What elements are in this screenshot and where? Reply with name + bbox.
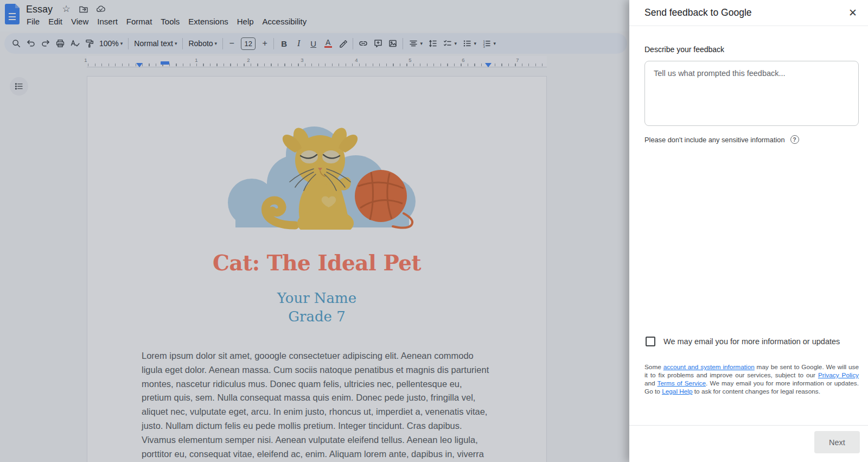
bulleted-list-icon[interactable]: ▾: [459, 36, 479, 51]
send-feedback-panel: Send feedback to Google ✕ Describe your …: [629, 0, 868, 462]
highlight-color-icon[interactable]: [335, 36, 350, 51]
move-to-folder-icon[interactable]: [79, 4, 88, 14]
text-color-button[interactable]: A: [321, 36, 335, 51]
numbered-list-icon[interactable]: 123 ▾: [479, 36, 499, 51]
menu-edit[interactable]: Edit: [44, 16, 67, 27]
essay-author[interactable]: Your Name: [142, 289, 492, 307]
underline-button[interactable]: U: [306, 36, 321, 51]
ruler-label: 6: [460, 57, 467, 63]
menu-file[interactable]: File: [22, 16, 44, 27]
docs-header: Essay ☆ File Edit View Insert Format Too…: [0, 0, 629, 31]
chevron-down-icon: ▾: [420, 41, 423, 46]
essay-title[interactable]: Cat: The Ideal Pet: [142, 250, 492, 275]
chevron-down-icon: ▾: [120, 41, 123, 46]
font-size-input[interactable]: 12: [241, 37, 256, 50]
chevron-down-icon: ▾: [215, 41, 218, 46]
insert-image-icon[interactable]: [385, 36, 400, 51]
print-icon[interactable]: [53, 36, 67, 51]
sensitive-info-note: Please don't include any sensitive infor…: [644, 136, 785, 144]
describe-feedback-label: Describe your feedback: [644, 45, 859, 54]
ruler-label: 7: [514, 57, 521, 63]
left-indent-marker[interactable]: [161, 61, 169, 65]
account-system-info-link[interactable]: account and system information: [663, 363, 755, 371]
toolbar: 100%▾ Normal text▾ Roboto▾ − 12 + B I U …: [4, 33, 627, 54]
italic-button[interactable]: I: [291, 36, 306, 51]
undo-icon[interactable]: [23, 36, 38, 51]
email-updates-checkbox[interactable]: [646, 337, 655, 346]
menu-insert[interactable]: Insert: [93, 16, 122, 27]
ruler-label: 2: [245, 57, 252, 63]
close-icon[interactable]: ✕: [847, 7, 858, 19]
legal-text: and: [644, 379, 658, 387]
legal-text: Some: [644, 363, 663, 371]
menu-accessibility[interactable]: Accessibility: [258, 16, 311, 27]
insert-link-icon[interactable]: [356, 36, 371, 51]
feedback-panel-header: Send feedback to Google ✕: [629, 0, 868, 26]
font-family-select[interactable]: Roboto▾: [186, 39, 220, 48]
chevron-down-icon: ▾: [493, 41, 496, 46]
paragraph-style-select[interactable]: Normal text▾: [131, 39, 180, 48]
spell-check-icon[interactable]: [67, 36, 82, 51]
legal-disclaimer-text: Some account and system information may …: [644, 363, 859, 396]
docs-window: Essay ☆ File Edit View Insert Format Too…: [0, 0, 629, 462]
document-title[interactable]: Essay: [25, 4, 54, 15]
decrease-font-size-button[interactable]: −: [226, 39, 238, 48]
bold-button[interactable]: B: [277, 36, 291, 51]
add-comment-icon[interactable]: [371, 36, 385, 51]
menu-view[interactable]: View: [67, 16, 93, 27]
chevron-down-icon: ▾: [474, 41, 476, 46]
menu-help[interactable]: Help: [233, 16, 258, 27]
google-docs-logo-icon[interactable]: [5, 4, 20, 24]
privacy-policy-link[interactable]: Privacy Policy: [818, 371, 859, 379]
next-button[interactable]: Next: [814, 431, 860, 453]
legal-text: to ask for content changes for legal rea…: [693, 388, 820, 395]
legal-help-link[interactable]: Legal Help: [662, 388, 692, 395]
chevron-down-icon: ▾: [175, 41, 177, 46]
help-icon[interactable]: ?: [790, 135, 799, 144]
menu-tools[interactable]: Tools: [156, 16, 184, 27]
checklist-icon[interactable]: ▾: [440, 36, 459, 51]
redo-icon[interactable]: [38, 36, 53, 51]
email-updates-row: We may email you for more information or…: [646, 337, 858, 346]
star-icon[interactable]: ☆: [61, 4, 71, 14]
chevron-down-icon: ▾: [454, 41, 457, 46]
feedback-panel-footer: Next: [629, 425, 868, 462]
ruler-label: 1: [82, 57, 89, 63]
line-spacing-icon[interactable]: [425, 36, 440, 51]
ruler-label: 1: [193, 57, 200, 63]
align-icon[interactable]: ▾: [406, 36, 425, 51]
document-status-cloud-icon[interactable]: [96, 4, 106, 14]
menu-format[interactable]: Format: [122, 16, 157, 27]
essay-grade[interactable]: Grade 7: [142, 307, 492, 326]
first-line-indent-marker[interactable]: [136, 63, 143, 67]
ruler-label: 5: [407, 57, 413, 63]
google-docs-with-feedback-dialog: Essay ☆ File Edit View Insert Format Too…: [0, 0, 868, 462]
feedback-panel-body: Describe your feedback Please don't incl…: [629, 26, 868, 144]
document-page[interactable]: Cat: The Ideal Pet Your Name Grade 7 Lor…: [87, 76, 547, 462]
document-outline-icon[interactable]: [10, 77, 28, 96]
essay-body-paragraph[interactable]: Lorem ipsum dolor sit amet, gooogle cons…: [142, 349, 492, 461]
increase-font-size-button[interactable]: +: [259, 39, 271, 48]
menu-extensions[interactable]: Extensions: [184, 16, 232, 27]
svg-text:3: 3: [483, 45, 486, 48]
paint-format-icon[interactable]: [82, 36, 97, 51]
horizontal-ruler[interactable]: 1 1 2 3 4 5 6 7: [0, 56, 629, 68]
feedback-textarea[interactable]: [644, 61, 859, 126]
right-indent-marker[interactable]: [485, 63, 492, 67]
terms-of-service-link[interactable]: Terms of Service: [658, 379, 706, 387]
search-menus-icon[interactable]: [9, 36, 23, 51]
feedback-panel-title: Send feedback to Google: [644, 7, 847, 18]
email-updates-label: We may email you for more information or…: [663, 337, 840, 346]
menu-bar: File Edit View Insert Format Tools Exten…: [22, 16, 311, 27]
zoom-select[interactable]: 100%▾: [97, 39, 125, 48]
document-canvas[interactable]: Cat: The Ideal Pet Your Name Grade 7 Lor…: [0, 68, 629, 462]
cat-illustration-image: [214, 121, 420, 230]
ruler-label: 4: [353, 57, 360, 63]
ruler-label: 3: [299, 57, 305, 63]
